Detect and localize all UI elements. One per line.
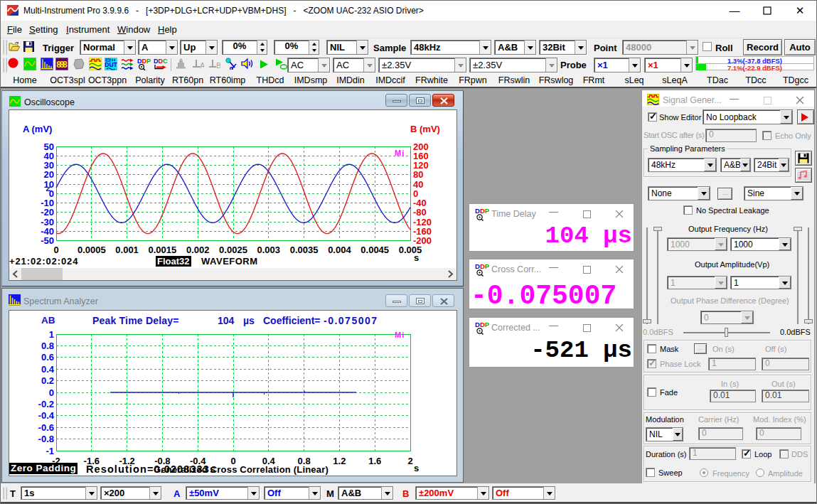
svg-text:0.0045: 0.0045 <box>361 245 389 255</box>
svg-text:0.2: 0.2 <box>41 375 54 386</box>
svg-text:0.004: 0.004 <box>328 245 351 255</box>
svg-text:-0.4: -0.4 <box>38 410 55 421</box>
svg-text:-0.8: -0.8 <box>38 434 54 444</box>
svg-text:DDP: DDP <box>137 58 151 65</box>
svg-text:A: A <box>200 61 204 69</box>
svg-text:2: 2 <box>407 456 412 466</box>
svg-text:0.6: 0.6 <box>41 352 54 363</box>
svg-text:0.003: 0.003 <box>257 245 281 255</box>
svg-text:DDP: DDP <box>475 208 490 215</box>
svg-text:1.6: 1.6 <box>368 456 381 466</box>
svg-text:0: 0 <box>53 245 58 255</box>
svg-text:0.002: 0.002 <box>186 245 210 255</box>
svg-text:0.0035: 0.0035 <box>290 245 319 255</box>
svg-text:-50: -50 <box>41 235 54 246</box>
svg-text:DUT: DUT <box>105 61 117 68</box>
svg-text:-0.2: -0.2 <box>38 399 54 409</box>
svg-text:DDC: DDC <box>154 58 168 65</box>
svg-text:-0.6: -0.6 <box>38 422 54 433</box>
svg-text:1: 1 <box>49 329 54 340</box>
svg-text:DDP: DDP <box>475 263 490 270</box>
svg-text:0.0005: 0.0005 <box>78 245 106 255</box>
svg-text:888: 888 <box>56 60 68 70</box>
svg-text:1.2: 1.2 <box>333 456 346 466</box>
svg-text:B: B <box>216 61 220 69</box>
svg-text:DDP: DDP <box>475 321 490 328</box>
svg-text:0.0025: 0.0025 <box>219 245 247 255</box>
svg-text:0.4: 0.4 <box>41 364 55 375</box>
svg-text:0: 0 <box>49 387 54 398</box>
svg-text:0.0015: 0.0015 <box>149 245 177 255</box>
svg-text:0.8: 0.8 <box>41 341 54 351</box>
svg-text:-1: -1 <box>46 446 54 456</box>
svg-text:0.001: 0.001 <box>115 245 139 255</box>
